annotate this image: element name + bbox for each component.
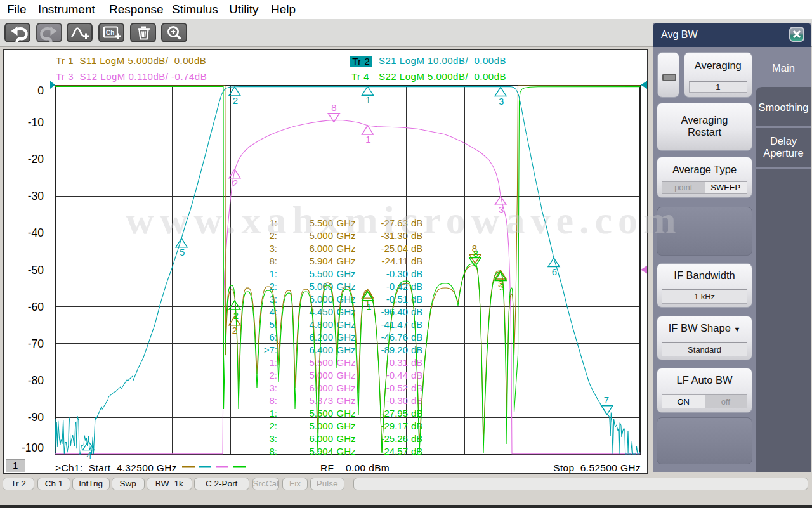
svg-text:-46.76: -46.76 xyxy=(381,332,408,342)
svg-text:-29.17: -29.17 xyxy=(381,420,408,431)
svg-text:1: 1 xyxy=(366,301,371,312)
svg-text:5.000: 5.000 xyxy=(309,370,333,381)
svg-text:GHz: GHz xyxy=(337,395,356,406)
svg-text:dB: dB xyxy=(411,382,422,393)
svg-text:3:: 3: xyxy=(269,382,277,393)
svg-text:GHz: GHz xyxy=(337,268,356,279)
svg-text:dB: dB xyxy=(411,319,422,330)
svg-text:-0.52: -0.52 xyxy=(386,382,408,393)
svg-text:4: 4 xyxy=(86,450,91,460)
svg-text:0: 0 xyxy=(37,84,44,97)
svg-text:-0.51: -0.51 xyxy=(386,294,408,304)
svg-text:dB: dB xyxy=(411,332,422,342)
svg-text:2: 2 xyxy=(233,95,238,106)
svg-text:-96.40: -96.40 xyxy=(381,306,408,317)
svg-text:GHz: GHz xyxy=(337,357,356,368)
svg-text:5.904: 5.904 xyxy=(309,256,333,266)
svg-text:-89.20: -89.20 xyxy=(381,344,408,355)
svg-text:5.000: 5.000 xyxy=(309,420,333,431)
svg-text:GHz: GHz xyxy=(337,446,356,457)
svg-text:>7:: >7: xyxy=(264,344,277,355)
svg-text:3: 3 xyxy=(499,282,504,292)
svg-text:-24.57: -24.57 xyxy=(381,446,408,457)
svg-text:-60: -60 xyxy=(28,301,44,313)
svg-text:GHz: GHz xyxy=(337,382,356,393)
svg-text:8:: 8: xyxy=(269,256,277,266)
svg-text:6.000: 6.000 xyxy=(309,294,333,304)
svg-text:-30: -30 xyxy=(28,190,44,202)
svg-text:GHz: GHz xyxy=(337,408,356,419)
svg-text:-27.95: -27.95 xyxy=(381,408,408,419)
svg-text:1:: 1: xyxy=(269,408,277,419)
svg-text:-10: -10 xyxy=(28,116,44,129)
svg-text:1: 1 xyxy=(365,134,370,145)
svg-text:dB: dB xyxy=(411,256,422,266)
svg-text:5.500: 5.500 xyxy=(309,268,333,279)
svg-text:dB: dB xyxy=(411,268,422,279)
svg-text:3:: 3: xyxy=(269,433,277,444)
svg-text:GHz: GHz xyxy=(337,243,356,254)
svg-text:5.500: 5.500 xyxy=(309,408,333,419)
svg-text:6.000: 6.000 xyxy=(309,382,333,393)
svg-text:2: 2 xyxy=(232,325,237,335)
svg-text:7: 7 xyxy=(604,394,609,405)
svg-text:6.000: 6.000 xyxy=(309,243,333,254)
svg-text:3:: 3: xyxy=(269,243,277,254)
svg-text:-25.26: -25.26 xyxy=(381,433,408,444)
svg-text:6: 6 xyxy=(552,266,557,277)
svg-text:2:: 2: xyxy=(269,281,277,292)
svg-text:1:: 1: xyxy=(269,268,277,279)
svg-text:GHz: GHz xyxy=(337,420,356,431)
svg-text:GHz: GHz xyxy=(337,433,356,444)
svg-text:GHz: GHz xyxy=(337,256,356,266)
svg-text:dB: dB xyxy=(411,243,422,254)
svg-text:5: 5 xyxy=(180,247,185,257)
svg-text:-80: -80 xyxy=(28,374,44,387)
svg-text:1: 1 xyxy=(365,94,370,105)
svg-text:-100: -100 xyxy=(22,441,44,454)
svg-text:-25.04: -25.04 xyxy=(381,243,408,254)
svg-text:5.373: 5.373 xyxy=(309,395,333,406)
svg-text:5.904: 5.904 xyxy=(309,446,333,457)
svg-text:dB: dB xyxy=(411,281,422,292)
svg-text:dB: dB xyxy=(411,344,422,355)
svg-text:8: 8 xyxy=(331,102,336,113)
svg-text:2: 2 xyxy=(233,178,238,188)
svg-text:-90: -90 xyxy=(28,411,44,424)
svg-text:GHz: GHz xyxy=(337,332,356,342)
svg-text:dB: dB xyxy=(411,446,422,457)
svg-text:8:: 8: xyxy=(269,446,277,457)
svg-text:3: 3 xyxy=(499,96,504,107)
svg-text:6.000: 6.000 xyxy=(309,433,333,444)
svg-text:GHz: GHz xyxy=(337,344,356,355)
svg-text:-20: -20 xyxy=(28,153,44,166)
svg-text:2:: 2: xyxy=(269,420,277,431)
svg-text:2: 2 xyxy=(233,310,239,321)
svg-text:-50: -50 xyxy=(28,264,44,277)
svg-text:8:: 8: xyxy=(269,395,277,406)
svg-text:8: 8 xyxy=(473,248,478,259)
svg-text:1:: 1: xyxy=(269,357,277,368)
svg-text:-0.30: -0.30 xyxy=(386,395,408,406)
svg-text:-41.47: -41.47 xyxy=(381,319,408,330)
svg-text:dB: dB xyxy=(411,306,422,317)
svg-text:dB: dB xyxy=(411,395,422,406)
svg-text:-70: -70 xyxy=(28,337,44,350)
svg-text:6.400: 6.400 xyxy=(309,344,333,355)
svg-text:-0.30: -0.30 xyxy=(386,268,408,279)
svg-text:-0.31: -0.31 xyxy=(386,357,408,368)
svg-text:5.500: 5.500 xyxy=(309,357,333,368)
svg-text:-0.44: -0.44 xyxy=(386,370,408,381)
svg-text:GHz: GHz xyxy=(337,370,356,381)
svg-text:dB: dB xyxy=(411,433,422,444)
svg-text:-40: -40 xyxy=(28,226,44,239)
svg-text:-24.11: -24.11 xyxy=(382,256,408,266)
svg-text:2:: 2: xyxy=(269,370,277,381)
